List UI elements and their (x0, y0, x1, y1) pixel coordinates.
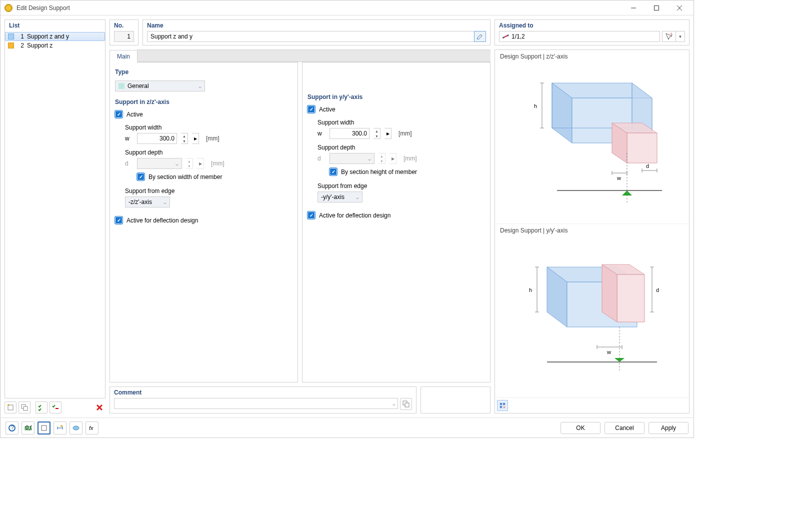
svg-line-12 (670, 33, 672, 34)
list-item[interactable]: 1 Support z and y (5, 32, 105, 41)
no-input[interactable] (114, 31, 134, 42)
comment-combo[interactable]: ⌵ (114, 398, 398, 409)
help-button[interactable]: ? (6, 422, 18, 434)
width-z-input[interactable]: 300.0 (137, 133, 177, 144)
diagram-options-button[interactable] (497, 400, 508, 411)
svg-text:d: d (646, 163, 649, 169)
svg-rect-64 (500, 406, 502, 408)
svg-rect-69 (42, 426, 46, 430)
window-title: Edit Design Support (16, 4, 626, 12)
list-item[interactable]: 2 Support z (5, 41, 105, 50)
name-input[interactable] (147, 31, 474, 42)
delete-button[interactable] (94, 402, 106, 414)
deflection-y-checkbox[interactable] (308, 212, 315, 219)
width-z-spinner[interactable]: ▲▼ (181, 133, 188, 144)
svg-rect-6 (24, 406, 28, 410)
assigned-input[interactable]: 1/1,2 (499, 31, 660, 42)
svg-text:h: h (534, 103, 537, 109)
close-button[interactable] (672, 3, 686, 13)
width-y-spinner[interactable]: ▲▼ (374, 128, 380, 139)
deflection-z-checkbox[interactable] (115, 216, 122, 224)
svg-line-13 (671, 34, 672, 35)
list-heading: List (5, 20, 105, 32)
panel-support-y: Support in y/y'-axis Active Support widt… (302, 62, 490, 382)
diagram-z: h w d (500, 60, 684, 220)
svg-rect-63 (503, 403, 505, 405)
by-section-y-checkbox[interactable] (330, 168, 337, 176)
no-field-box: No. (110, 20, 138, 46)
app-icon (4, 4, 12, 12)
panel-support-z: Type General ⌵ Support in z/z'-axis Acti… (110, 62, 298, 382)
depth-y-step: ▶ (390, 153, 396, 164)
function-button[interactable]: fx (86, 422, 98, 434)
comment-edit-button[interactable] (400, 398, 412, 410)
svg-marker-46 (602, 264, 617, 322)
svg-text:0,00: 0,00 (26, 424, 32, 430)
tab-main[interactable]: Main (110, 50, 138, 62)
minimize-button[interactable] (626, 3, 640, 13)
svg-text:?: ? (11, 424, 14, 430)
name-field-box: Name (142, 20, 490, 46)
member-icon (502, 34, 510, 39)
width-y-step[interactable]: ▶ (384, 128, 392, 139)
edge-z-dropdown[interactable]: -z/z'-axis⌵ (125, 196, 170, 208)
width-z-step[interactable]: ▶ (192, 133, 199, 144)
depth-z-step: ▶ (197, 158, 204, 169)
assigned-field-box: Assigned to 1/1,2 ▼ (494, 20, 690, 46)
pick-dropdown-button[interactable]: ▼ (676, 31, 685, 42)
svg-marker-24 (627, 133, 657, 163)
svg-point-73 (60, 425, 62, 427)
active-z-checkbox[interactable] (115, 110, 122, 118)
check-all-button[interactable] (36, 402, 48, 414)
support-list[interactable]: 1 Support z and y 2 Support z (5, 32, 105, 398)
edge-y-dropdown[interactable]: -y/y'-axis⌵ (318, 192, 362, 202)
svg-marker-45 (617, 274, 644, 322)
svg-point-10 (503, 37, 504, 38)
edit-name-button[interactable] (474, 31, 486, 42)
pick-button[interactable] (662, 31, 676, 42)
svg-text:fx: fx (89, 425, 94, 431)
info-button[interactable] (70, 422, 82, 434)
color-swatch (8, 42, 14, 48)
svg-point-11 (508, 35, 509, 36)
svg-rect-62 (500, 403, 502, 405)
ok-button[interactable]: OK (560, 422, 600, 434)
depth-z-spinner: ▲▼ (186, 158, 193, 169)
apply-button[interactable]: Apply (648, 422, 688, 434)
new-button[interactable] (4, 402, 16, 414)
frame-button[interactable] (38, 422, 50, 434)
maximize-button[interactable] (650, 3, 664, 13)
type-dropdown[interactable]: General ⌵ (115, 80, 205, 92)
color-swatch (8, 34, 14, 40)
titlebar: Edit Design Support (0, 0, 694, 16)
cancel-button[interactable]: Cancel (604, 422, 644, 434)
depth-y-spinner: ▲▼ (378, 153, 386, 164)
diagram-y: h d w (500, 234, 684, 394)
svg-text:w: w (616, 175, 621, 181)
svg-rect-1 (654, 6, 659, 10)
svg-text:w: w (606, 349, 611, 355)
depth-y-input: ⌵ (330, 153, 374, 164)
dialog-window: Edit Design Support List 1 Support z and… (0, 0, 694, 438)
uncheck-all-button[interactable] (50, 402, 62, 414)
dimensions-button[interactable] (54, 422, 66, 434)
svg-point-74 (73, 426, 79, 430)
copy-button[interactable] (18, 402, 30, 414)
active-y-checkbox[interactable] (308, 106, 315, 113)
svg-text:d: d (656, 287, 659, 293)
by-section-z-checkbox[interactable] (137, 173, 144, 180)
aux-box (420, 386, 490, 414)
svg-rect-15 (405, 403, 409, 407)
units-button[interactable]: 0,00 (22, 422, 34, 434)
width-y-input[interactable]: 300.0 (330, 128, 370, 139)
diagram-panel: Design Support | z/z'-axis (494, 50, 690, 414)
svg-text:h: h (529, 287, 532, 293)
depth-z-input: ⌵ (137, 158, 182, 169)
